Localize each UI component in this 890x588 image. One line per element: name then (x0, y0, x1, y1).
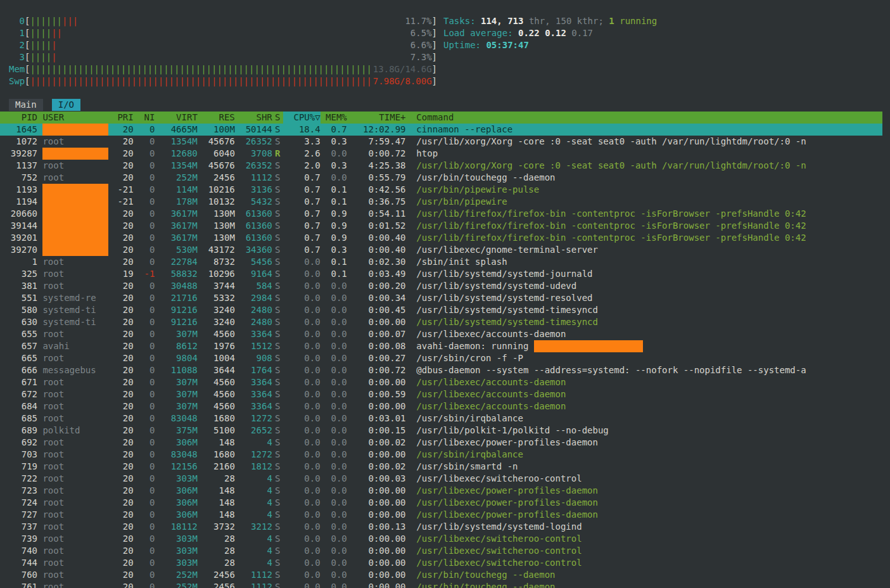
process-row[interactable]: 39144 20 0 3617M 130M 61360 S 0.7 0.9 0:… (0, 220, 882, 232)
res-cell: 4560 (198, 400, 235, 412)
pid-cell: 1137 (0, 160, 37, 172)
time-cell: 0:36.75 (347, 196, 406, 208)
spacer (37, 244, 42, 256)
state-cell: S (272, 340, 283, 352)
process-row[interactable]: 325 root 19 -1 58832 10296 9164 S 0.0 0.… (0, 268, 882, 280)
command-cell: /usr/bin/touchegg --daemon (416, 172, 882, 184)
time-cell: 0:00.02 (347, 437, 406, 449)
shr-cell: 4 (235, 485, 272, 497)
process-row[interactable]: 727 root 20 0 306M 148 4 S 0.0 0.0 0:00.… (0, 509, 882, 521)
process-row[interactable]: 703 root 20 0 83048 1680 1272 S 0.0 0.0 … (0, 449, 882, 461)
priority-cell: 20 (112, 364, 134, 376)
process-row[interactable]: 1194 -21 0 178M 10132 5432 S 0.7 0.1 0:3… (0, 196, 882, 208)
process-table-header: PID USER PRI NI VIRT RES SHR S CPU%▽ MEM… (0, 112, 882, 124)
process-row[interactable]: 551 systemd-re 20 0 21716 5332 2984 S 0.… (0, 292, 882, 304)
nice-cell: 0 (134, 304, 155, 316)
virt-cell: 83048 (155, 412, 197, 425)
process-row[interactable]: 739 root 20 0 303M 28 4 S 0.0 0.0 0:00.0… (0, 533, 882, 545)
column-pri[interactable]: PRI (112, 112, 134, 124)
redacted-user-block (42, 220, 108, 232)
process-row[interactable]: 1137 root 20 0 1354M 45676 26352 S 2.0 0… (0, 160, 882, 172)
process-row[interactable]: 381 root 20 0 30488 3744 584 S 0.0 0.0 0… (0, 280, 882, 292)
user-cell: root (42, 557, 112, 569)
process-row[interactable]: 723 root 20 0 306M 148 4 S 0.0 0.0 0:00.… (0, 485, 882, 497)
process-row[interactable]: 672 root 20 0 307M 4560 3364 S 0.0 0.0 0… (0, 388, 882, 400)
process-row[interactable]: 39287 20 0 12680 6040 3708 R 2.6 0.0 0:0… (0, 148, 882, 160)
mem-percent-cell: 0.9 (321, 208, 347, 220)
process-row[interactable]: 724 root 20 0 306M 148 4 S 0.0 0.0 0:00.… (0, 497, 882, 509)
column-virt[interactable]: VIRT (155, 112, 197, 124)
process-row[interactable]: 737 root 20 0 18112 3732 3212 S 0.0 0.0 … (0, 521, 882, 533)
process-row[interactable]: 722 root 20 0 303M 28 4 S 0.0 0.0 0:00.0… (0, 473, 882, 485)
process-row[interactable]: 689 polkitd 20 0 375M 5100 2652 S 0.0 0.… (0, 425, 882, 437)
cpu-1-label: 1 (9, 27, 25, 39)
process-row[interactable]: 1072 root 20 0 1354M 45676 26352 S 3.3 0… (0, 136, 882, 148)
tab-main[interactable]: Main (9, 99, 43, 111)
process-row[interactable]: 740 root 20 0 303M 28 4 S 0.0 0.0 0:00.0… (0, 545, 882, 557)
column-user[interactable]: USER (42, 112, 112, 124)
process-row[interactable]: 760 root 20 0 252M 2456 1112 S 0.0 0.0 0… (0, 569, 882, 581)
user-cell: root (42, 437, 112, 449)
process-row[interactable]: 1 root 20 0 22784 8732 5456 S 0.0 0.1 0:… (0, 256, 882, 268)
column-pid[interactable]: PID (0, 112, 37, 124)
column-state[interactable]: S (272, 112, 283, 124)
state-cell: S (272, 292, 283, 304)
command-cell: /usr/libexec/accounts-daemon (416, 400, 882, 412)
redacted-user-block (42, 208, 108, 220)
process-row[interactable]: 719 root 20 0 12156 2160 1812 S 0.0 0.0 … (0, 461, 882, 473)
process-row[interactable]: 1645 20 0 4665M 100M 50144 S 18.4 0.7 12… (0, 124, 882, 136)
process-row[interactable]: 665 root 20 0 9804 1004 908 S 0.0 0.0 0:… (0, 352, 882, 364)
column-cpu-sort[interactable]: CPU%▽ (283, 112, 321, 124)
shr-cell: 3708 (235, 148, 272, 160)
time-cell: 0:00.00 (347, 400, 406, 412)
process-row[interactable]: 666 messagebus 20 0 11088 3644 1764 S 0.… (0, 364, 882, 376)
process-row[interactable]: 692 root 20 0 306M 148 4 S 0.0 0.0 0:00.… (0, 437, 882, 449)
virt-cell: 8612 (155, 340, 197, 352)
process-row[interactable]: 20660 20 0 3617M 130M 61360 S 0.7 0.9 0:… (0, 208, 882, 220)
process-row[interactable]: 684 root 20 0 307M 4560 3364 S 0.0 0.0 0… (0, 400, 882, 412)
process-row[interactable]: 657 avahi 20 0 8612 1976 1512 S 0.0 0.0 … (0, 340, 882, 352)
tab-io[interactable]: I/O (52, 99, 80, 111)
priority-cell: 20 (112, 136, 134, 148)
cpu-percent-cell: 0.0 (283, 412, 321, 425)
column-mem[interactable]: MEM% (321, 112, 347, 124)
process-row[interactable]: 655 root 20 0 307M 4560 3364 S 0.0 0.0 0… (0, 328, 882, 340)
spacer (37, 316, 42, 328)
user-cell: messagebus (42, 364, 112, 376)
column-ni[interactable]: NI (134, 112, 155, 124)
time-cell: 0:42.56 (347, 184, 406, 196)
process-row[interactable]: 580 systemd-ti 20 0 91216 3240 2480 S 0.… (0, 304, 882, 316)
user-cell: root (42, 497, 112, 509)
process-row[interactable]: 752 root 20 0 252M 2456 1112 S 0.7 0.0 0… (0, 172, 882, 184)
process-row[interactable]: 671 root 20 0 307M 4560 3364 S 0.0 0.0 0… (0, 376, 882, 388)
process-row[interactable]: 685 root 20 0 83048 1680 1272 S 0.0 0.0 … (0, 412, 882, 425)
process-row[interactable]: 630 systemd-ti 20 0 91216 3240 2480 S 0.… (0, 316, 882, 328)
spacer (37, 400, 42, 412)
nice-cell: 0 (134, 292, 155, 304)
column-command[interactable]: Command (416, 112, 882, 124)
process-row[interactable]: 744 root 20 0 303M 28 4 S 0.0 0.0 0:00.0… (0, 557, 882, 569)
meters-panel: 0[|||||||||11.7%] 1[||||||6.5%] 2[|||||6… (9, 15, 437, 87)
pid-cell: 761 (0, 581, 37, 588)
column-time[interactable]: TIME+ (347, 112, 406, 124)
process-row[interactable]: 39201 20 0 3617M 130M 61360 S 0.7 0.9 0:… (0, 232, 882, 244)
priority-cell: 20 (112, 412, 134, 425)
cpu-percent-cell: 0.0 (283, 485, 321, 497)
virt-cell: 83048 (155, 449, 197, 461)
virt-cell: 306M (155, 485, 197, 497)
res-cell: 2456 (198, 581, 235, 588)
pid-cell: 703 (0, 449, 37, 461)
mem-percent-cell: 0.0 (321, 412, 347, 425)
spacer (406, 256, 417, 268)
summary-panel: Tasks: 114, 713 thr, 150 kthr; 1 running… (443, 15, 657, 51)
column-res[interactable]: RES (198, 112, 235, 124)
column-shr[interactable]: SHR (235, 112, 272, 124)
nice-cell: 0 (134, 569, 155, 581)
nice-cell: 0 (134, 437, 155, 449)
process-row[interactable]: 761 root 20 0 252M 2456 1112 S 0.0 0.0 0… (0, 581, 882, 588)
process-row[interactable]: 1193 -21 0 114M 10216 3136 S 0.7 0.1 0:4… (0, 184, 882, 196)
virt-cell: 252M (155, 581, 197, 588)
time-cell: 0:00.20 (347, 280, 406, 292)
process-row[interactable]: 39270 20 0 530M 43172 34360 S 0.7 0.3 0:… (0, 244, 882, 256)
time-cell: 0:03.01 (347, 412, 406, 425)
